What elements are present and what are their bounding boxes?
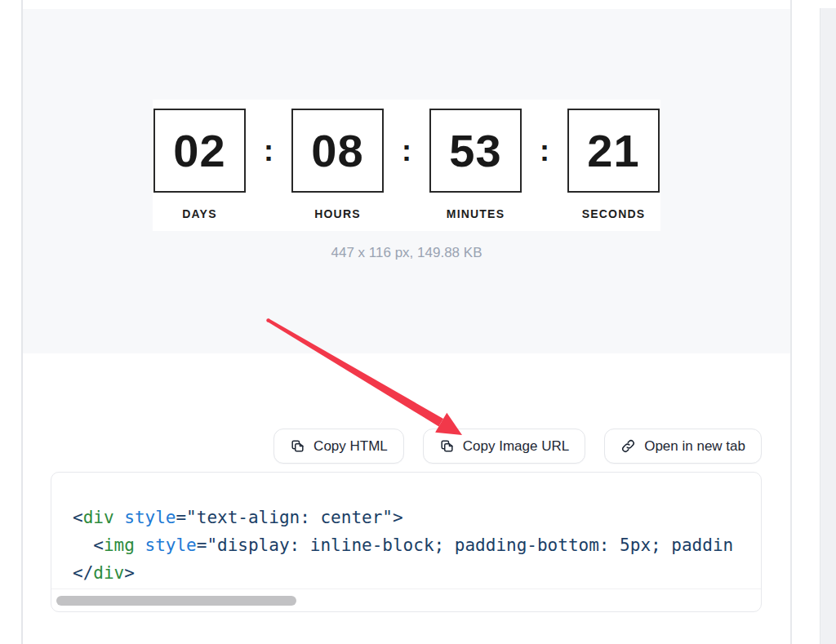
countdown-unit-minutes: 53 MINUTES: [429, 109, 522, 220]
image-dimensions-text: 447 x 116 px, 149.88 KB: [23, 245, 790, 261]
open-in-new-tab-button[interactable]: Open in new tab: [604, 429, 762, 464]
countdown-separator: :: [384, 109, 429, 193]
copy-image-url-button[interactable]: Copy Image URL: [423, 429, 585, 464]
countdown-unit-hours: 08 HOURS: [291, 109, 384, 220]
countdown-separator: :: [246, 109, 291, 193]
image-preview-panel: 02 DAYS : 08 HOURS : 53: [23, 9, 790, 353]
hours-label: HOURS: [314, 207, 361, 220]
page: 02 DAYS : 08 HOURS : 53: [0, 0, 836, 644]
copy-html-label: Copy HTML: [314, 438, 388, 455]
copy-html-button[interactable]: Copy HTML: [273, 429, 404, 464]
days-value: 02: [173, 124, 225, 177]
countdown-box: 08: [291, 109, 384, 193]
horizontal-scrollbar-thumb[interactable]: [56, 596, 296, 606]
countdown-box: 21: [567, 109, 660, 193]
link-icon: [620, 438, 636, 454]
countdown-unit-days: 02 DAYS: [153, 109, 246, 220]
countdown-box: 02: [153, 109, 246, 193]
embed-code[interactable]: <div style="text-align: center"> <img st…: [51, 473, 761, 588]
countdown-box: 53: [429, 109, 522, 193]
code-line: </div>: [73, 559, 754, 587]
copy-icon: [290, 438, 305, 454]
countdown-separator: :: [522, 109, 567, 193]
copy-image-url-label: Copy Image URL: [463, 438, 569, 455]
open-in-new-tab-label: Open in new tab: [644, 438, 745, 455]
embed-code-box: <div style="text-align: center"> <img st…: [51, 472, 762, 612]
right-gutter: [820, 8, 836, 644]
minutes-label: MINUTES: [447, 207, 505, 220]
countdown-unit-seconds: 21 SECONDS: [567, 109, 660, 220]
copy-icon: [439, 438, 455, 454]
days-label: DAYS: [182, 207, 216, 220]
seconds-label: SECONDS: [582, 207, 646, 220]
hours-value: 08: [311, 124, 363, 177]
countdown-timer: 02 DAYS : 08 HOURS : 53: [153, 109, 660, 220]
code-line: <div style="text-align: center">: [73, 504, 754, 531]
minutes-value: 53: [449, 124, 501, 177]
seconds-value: 21: [587, 124, 639, 177]
main-content: 02 DAYS : 08 HOURS : 53: [23, 0, 790, 644]
horizontal-scrollbar[interactable]: [51, 588, 761, 611]
right-panel-divider: [790, 0, 792, 644]
action-toolbar: Copy HTML Copy Image URL: [51, 429, 762, 464]
countdown-image-preview: 02 DAYS : 08 HOURS : 53: [153, 100, 660, 231]
code-line: <img style="display: inline-block; paddi…: [73, 531, 754, 559]
